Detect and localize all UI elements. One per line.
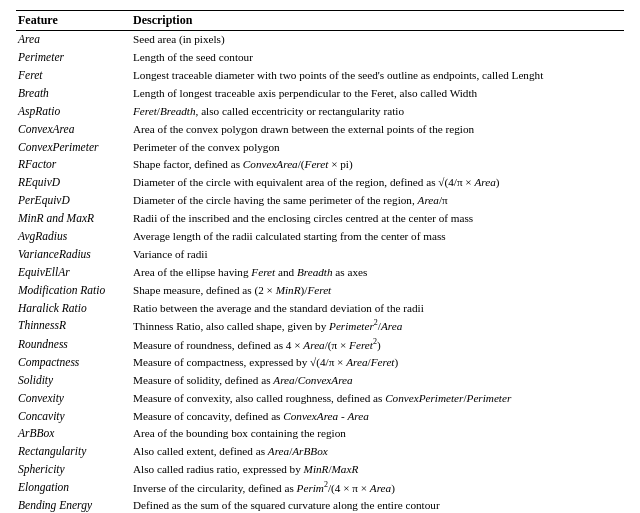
table-row: ConvexityMeasure of convexity, also call… xyxy=(16,389,624,407)
table-row: AspRatioFeret/Breadth, also called eccen… xyxy=(16,103,624,121)
feature-description: Area of the bounding box containing the … xyxy=(131,425,624,443)
feature-name: REquivD xyxy=(16,174,131,192)
feature-description: Area of the convex polygon drawn between… xyxy=(131,120,624,138)
feature-description: Seed area (in pixels) xyxy=(131,31,624,49)
feature-description: Average length of the radii calculated s… xyxy=(131,228,624,246)
feature-name: Feret xyxy=(16,67,131,85)
feature-name: Haralick Ratio xyxy=(16,299,131,317)
features-table: Feature Description AreaSeed area (in pi… xyxy=(16,10,624,513)
table-row: ConcavityMeasure of concavity, defined a… xyxy=(16,407,624,425)
feature-description: Radii of the inscribed and the enclosing… xyxy=(131,210,624,228)
feature-description: Diameter of the circle having the same p… xyxy=(131,192,624,210)
table-row: CompactnessMeasure of compactness, expre… xyxy=(16,354,624,372)
feature-name: Perimeter xyxy=(16,49,131,67)
table-row: EquivEllArArea of the ellipse having Fer… xyxy=(16,264,624,282)
feature-description: Also called extent, defined as Area/ArBB… xyxy=(131,443,624,461)
feature-description: Ratio between the average and the standa… xyxy=(131,299,624,317)
feature-name: MinR and MaxR xyxy=(16,210,131,228)
feature-name: ArBBox xyxy=(16,425,131,443)
feature-name: RFactor xyxy=(16,156,131,174)
table-row: AvgRadiusAverage length of the radii cal… xyxy=(16,228,624,246)
table-row: Haralick RatioRatio between the average … xyxy=(16,299,624,317)
feature-name: Modification Ratio xyxy=(16,281,131,299)
feature-name: Bending Energy xyxy=(16,497,131,513)
table-row: FeretLongest traceable diameter with two… xyxy=(16,67,624,85)
table-row: PerEquivDDiameter of the circle having t… xyxy=(16,192,624,210)
feature-name: Convexity xyxy=(16,389,131,407)
table-row: SphericityAlso called radius ratio, expr… xyxy=(16,461,624,479)
feature-description: Thinness Ratio, also called shape, given… xyxy=(131,317,624,335)
feature-description: Measure of convexity, also called roughn… xyxy=(131,389,624,407)
feature-name: Area xyxy=(16,31,131,49)
feature-description: Area of the ellipse having Feret and Bre… xyxy=(131,264,624,282)
table-row: RectangularityAlso called extent, define… xyxy=(16,443,624,461)
feature-name: AspRatio xyxy=(16,103,131,121)
feature-name: Rectangularity xyxy=(16,443,131,461)
feature-name: PerEquivD xyxy=(16,192,131,210)
feature-description: Shape factor, defined as ConvexArea/(Fer… xyxy=(131,156,624,174)
table-row: RFactorShape factor, defined as ConvexAr… xyxy=(16,156,624,174)
col-header-description: Description xyxy=(131,11,624,31)
feature-description: Defined as the sum of the squared curvat… xyxy=(131,497,624,513)
feature-description: Shape measure, defined as (2 × MinR)/Fer… xyxy=(131,281,624,299)
table-row: REquivDDiameter of the circle with equiv… xyxy=(16,174,624,192)
table-row: MinR and MaxRRadii of the inscribed and … xyxy=(16,210,624,228)
col-header-feature: Feature xyxy=(16,11,131,31)
feature-name: VarianceRadius xyxy=(16,246,131,264)
feature-description: Longest traceable diameter with two poin… xyxy=(131,67,624,85)
table-row: PerimeterLength of the seed contour xyxy=(16,49,624,67)
table-header-row: Feature Description xyxy=(16,11,624,31)
feature-description: Length of longest traceable axis perpend… xyxy=(131,85,624,103)
table-row: AreaSeed area (in pixels) xyxy=(16,31,624,49)
feature-name: Concavity xyxy=(16,407,131,425)
feature-description: Measure of concavity, defined as ConvexA… xyxy=(131,407,624,425)
feature-name: AvgRadius xyxy=(16,228,131,246)
feature-name: Roundness xyxy=(16,335,131,353)
feature-name: Solidity xyxy=(16,372,131,390)
feature-name: Compactness xyxy=(16,354,131,372)
feature-description: Variance of radii xyxy=(131,246,624,264)
table-row: ArBBoxArea of the bounding box containin… xyxy=(16,425,624,443)
feature-description: Measure of solidity, defined as Area/Con… xyxy=(131,372,624,390)
feature-description: Inverse of the circularity, defined as P… xyxy=(131,479,624,497)
feature-description: Feret/Breadth, also called eccentricity … xyxy=(131,103,624,121)
feature-name: EquivEllAr xyxy=(16,264,131,282)
feature-name: ThinnessR xyxy=(16,317,131,335)
table-row: ThinnessRThinness Ratio, also called sha… xyxy=(16,317,624,335)
table-row: ConvexPerimeterPerimeter of the convex p… xyxy=(16,138,624,156)
table-row: Bending EnergyDefined as the sum of the … xyxy=(16,497,624,513)
table-row: ElongationInverse of the circularity, de… xyxy=(16,479,624,497)
feature-name: ConvexPerimeter xyxy=(16,138,131,156)
table-row: SolidityMeasure of solidity, defined as … xyxy=(16,372,624,390)
table-row: VarianceRadiusVariance of radii xyxy=(16,246,624,264)
feature-name: Breath xyxy=(16,85,131,103)
feature-name: ConvexArea xyxy=(16,120,131,138)
table-row: RoundnessMeasure of roundness, defined a… xyxy=(16,335,624,353)
feature-description: Diameter of the circle with equivalent a… xyxy=(131,174,624,192)
feature-description: Perimeter of the convex polygon xyxy=(131,138,624,156)
table-row: Modification RatioShape measure, defined… xyxy=(16,281,624,299)
table-row: BreathLength of longest traceable axis p… xyxy=(16,85,624,103)
feature-name: Sphericity xyxy=(16,461,131,479)
table-row: ConvexAreaArea of the convex polygon dra… xyxy=(16,120,624,138)
feature-description: Measure of compactness, expressed by √(4… xyxy=(131,354,624,372)
feature-name: Elongation xyxy=(16,479,131,497)
feature-description: Also called radius ratio, expressed by M… xyxy=(131,461,624,479)
feature-description: Measure of roundness, defined as 4 × Are… xyxy=(131,335,624,353)
feature-description: Length of the seed contour xyxy=(131,49,624,67)
